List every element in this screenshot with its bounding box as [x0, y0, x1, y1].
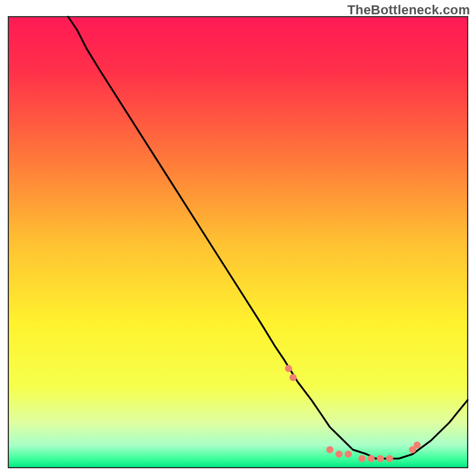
marker-dot [368, 455, 375, 462]
marker-dot [358, 455, 365, 462]
marker-dot [285, 365, 292, 372]
marker-dot [336, 450, 343, 458]
bottleneck-chart: TheBottleneck.com [0, 0, 476, 476]
chart-background [8, 17, 468, 468]
marker-dot [345, 450, 352, 458]
chart-canvas [0, 0, 476, 476]
marker-dot [290, 374, 297, 381]
marker-dot [377, 455, 384, 462]
marker-dot [386, 455, 393, 462]
watermark-text: TheBottleneck.com [347, 2, 470, 18]
marker-dot [326, 446, 333, 453]
marker-dot [414, 441, 421, 449]
